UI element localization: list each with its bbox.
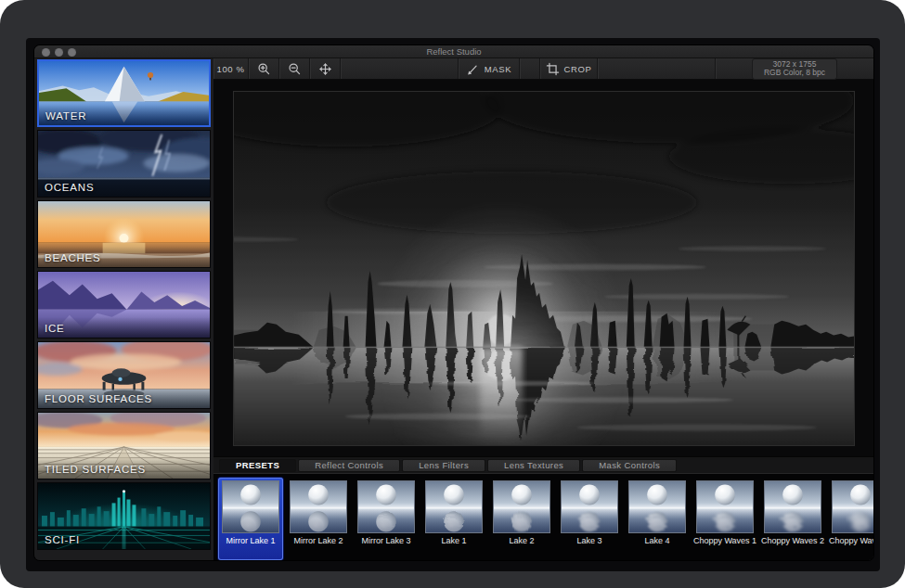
zoom-out-button[interactable] [279,58,310,79]
main-row: WATER [34,58,873,560]
tab-lens-filters[interactable]: Lens Filters [402,459,485,472]
tab-mask-controls[interactable]: Mask Controls [582,459,677,472]
editor-column: 100 % [213,58,873,560]
monitor: Reflect Studio [0,0,905,588]
preset-thumbnail [290,480,347,533]
preset-mirror-lake-2[interactable]: Mirror Lake 2 [286,478,351,560]
tab-reflect-controls[interactable]: Reflect Controls [298,459,400,472]
sidebar-item-water[interactable]: WATER [37,59,211,127]
magnifier-minus-icon [288,62,302,76]
category-sidebar: WATER [34,58,213,560]
preset-strip[interactable]: Mirror Lake 1 [213,473,873,560]
sidebar-item-tiled-surfaces[interactable]: TILED SURFACES [37,412,211,479]
category-label: ICE [45,323,65,334]
crop-frame-icon [546,62,560,76]
category-label: BEACHES [45,252,101,263]
preset-mirror-lake-3[interactable]: Mirror Lake 3 [354,478,419,560]
window-title: Reflect Studio [34,46,873,57]
tab-bar: PRESETS Reflect Controls Lens Filters Le… [213,456,873,473]
preset-lake-2[interactable]: Lake 2 [489,478,554,560]
tab-presets[interactable]: PRESETS [219,459,296,472]
preset-lake-1[interactable]: Lake 1 [421,478,486,560]
preset-lake-3[interactable]: Lake 3 [557,478,622,560]
preset-lake-4[interactable]: Lake 4 [625,478,690,560]
sidebar-item-oceans[interactable]: OCEANS [37,130,211,198]
sidebar-item-ice[interactable]: ICE [37,271,211,339]
preset-thumbnail [425,480,483,533]
preset-thumbnail [357,480,415,533]
mask-button[interactable]: MASK [459,58,520,79]
preset-thumbnail [696,480,754,533]
tab-lens-textures[interactable]: Lens Textures [487,459,580,472]
preset-thumbnail [764,480,821,533]
move-arrows-icon [318,62,332,76]
preset-thumbnail [832,480,873,533]
sidebar-item-beaches[interactable]: BEACHES [37,200,211,268]
image-info: 3072 x 1755 RGB Color, 8 bpc [716,58,873,79]
category-label: OCEANS [45,182,94,193]
sidebar-item-sci-fi[interactable]: SCI-FI [37,482,211,550]
preset-thumbnail [222,480,279,533]
preset-thumbnail [493,480,550,533]
canvas-area [213,80,873,456]
category-label: FLOOR SURFACES [45,393,152,404]
app-window: Reflect Studio [34,45,873,560]
magnifier-plus-icon [257,62,271,76]
zoom-in-button[interactable] [249,58,279,79]
preset-choppy-waves-2[interactable]: Choppy Waves 2 [760,478,825,560]
category-label: TILED SURFACES [45,464,146,475]
preset-choppy-waves-3[interactable]: Choppy Waves 3 [828,478,873,560]
preset-choppy-waves-1[interactable]: Choppy Waves 1 [692,478,757,560]
preset-mirror-lake-1[interactable]: Mirror Lake 1 [218,478,283,560]
zoom-level-indicator: 100 % [213,58,249,79]
canvas-image[interactable] [233,91,855,446]
title-bar[interactable]: Reflect Studio [34,45,873,58]
toolbar-spacer [341,58,459,79]
toolbar-spacer [598,58,716,79]
preset-thumbnail [628,480,686,533]
cityscape-photo [234,92,854,445]
image-info-box: 3072 x 1755 RGB Color, 8 bpc [752,58,837,80]
brush-icon [466,62,480,76]
crop-button[interactable]: CROP [540,58,598,79]
toolbar: 100 % [213,58,873,80]
category-label: SCI-FI [45,534,80,545]
toolbar-gap [520,58,540,79]
image-color-mode: RGB Color, 8 bpc [764,69,825,78]
category-label: WATER [45,110,86,121]
sidebar-item-floor-surfaces[interactable]: FLOOR SURFACES [37,341,211,409]
preset-thumbnail [561,480,618,533]
pan-tool-button[interactable] [310,58,341,79]
